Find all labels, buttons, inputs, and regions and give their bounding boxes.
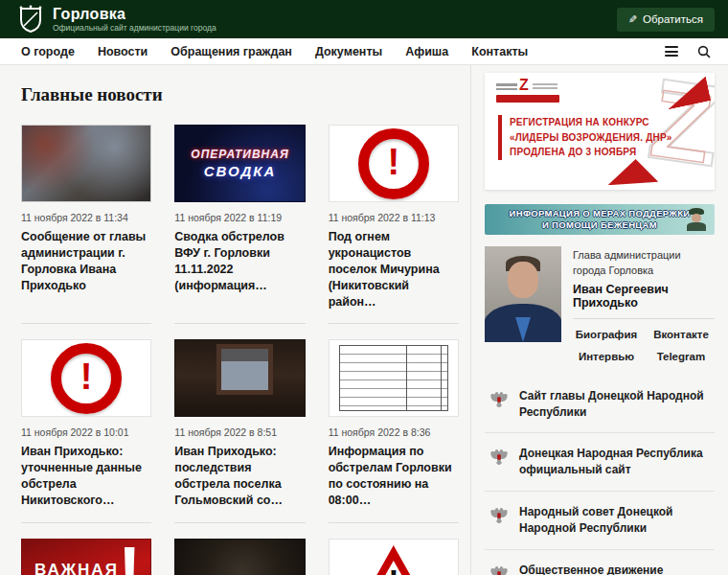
news-grid: 11 ноября 2022 в 11:34 Сообщение от глав… (21, 125, 459, 575)
eagle-emblem-icon (489, 447, 510, 472)
head-photo[interactable] (485, 246, 561, 342)
sidebar: Z Z Z РЕГИСТРАЦИЯ НА КОНКУРС «ЛИДЕРЫ ВОЗ… (471, 65, 728, 574)
news-title[interactable]: Информация по обстрелам Горловки по сост… (329, 444, 459, 509)
contact-button[interactable]: ✎ Обратиться (617, 8, 715, 32)
news-image (174, 539, 305, 575)
head-position: Глава администрации города Горловка (573, 248, 715, 279)
news-title[interactable]: Иван Приходько: последствия обстрела пос… (174, 444, 305, 509)
soldier-image (686, 208, 707, 231)
head-profile-link[interactable]: Telegram (657, 351, 705, 362)
main-content: Главные новости 11 ноября 2022 в 11:34 С… (0, 65, 471, 574)
news-card[interactable]: 11 ноября 2022 в 8:36 Информация по обст… (329, 339, 459, 523)
head-name: Иван Сергеевич Приходько (573, 283, 715, 310)
news-title[interactable]: Сводка обстрелов ВФУ г. Горловки 11.11.2… (174, 229, 305, 294)
news-image (329, 339, 459, 417)
divider (573, 318, 715, 319)
news-card[interactable]: 11 ноября 2022 в 11:13 Под огнем укронац… (329, 125, 459, 324)
sidebar-link[interactable]: Общественное движение «Донецкая Республи… (485, 549, 715, 575)
sidebar-link[interactable]: Народный совет Донецкой Народной Республ… (485, 491, 715, 549)
news-title[interactable]: Сообщение от главы администрации г. Горл… (21, 229, 151, 294)
news-card[interactable] (329, 539, 459, 575)
refugees-banner-line2: И ПОМОЩИ БЕЖЕНЦАМ (542, 219, 657, 231)
news-card[interactable]: 11 ноября 2022 в 10:01 Иван Приходько: у… (21, 339, 151, 523)
news-card[interactable] (174, 539, 305, 575)
news-date: 11 ноября 2022 в 8:36 (329, 426, 459, 438)
news-image (21, 539, 151, 575)
exclamation-glyph (388, 563, 398, 575)
news-date: 11 ноября 2022 в 10:01 (21, 426, 151, 438)
news-title[interactable]: Под огнем укронацистов поселок Мичурина … (329, 229, 459, 310)
contest-banner-text: РЕГИСТРАЦИЯ НА КОНКУРС «ЛИДЕРЫ ВОЗРОЖДЕН… (498, 115, 672, 160)
news-image (174, 339, 305, 417)
contest-banner[interactable]: Z Z Z РЕГИСТРАЦИЯ НА КОНКУРС «ЛИДЕРЫ ВОЗ… (485, 73, 715, 190)
page-title: Главные новости (21, 84, 459, 105)
eagle-emblem-icon (489, 505, 510, 530)
sidebar-links: Сайт главы Донецкой Народной Республики … (485, 376, 715, 575)
news-image (329, 125, 459, 202)
refugees-banner-line1: ИНФОРМАЦИЯ О МЕРАХ ПОДДЕРЖКИ (510, 208, 691, 219)
nav-item[interactable]: Новости (98, 45, 148, 58)
news-card[interactable]: 11 ноября 2022 в 8:51 Иван Приходько: по… (174, 339, 305, 523)
contact-button-label: Обратиться (643, 13, 703, 25)
pencil-icon: ✎ (628, 13, 637, 26)
menu-hamburger-icon[interactable] (663, 44, 680, 58)
news-date: 11 ноября 2022 в 11:13 (329, 212, 459, 223)
eagle-emblem-icon (489, 564, 510, 575)
site-subtitle: Официальный сайт администрации города (53, 24, 216, 33)
news-image (174, 125, 305, 202)
news-title[interactable]: Иван Приходько: уточненные данные обстре… (21, 444, 151, 509)
nav-item[interactable]: О городе (21, 45, 75, 58)
site-header: Горловка Официальный сайт администрации … (0, 0, 728, 38)
head-profile-link[interactable]: Биография (576, 329, 637, 340)
exclamation-glyph (118, 539, 141, 575)
main-nav: О городе Новости Обращения граждан Докум… (0, 38, 728, 65)
site-title: Горловка (53, 6, 216, 23)
news-image (329, 539, 459, 575)
nav-item[interactable]: Афиша (405, 45, 448, 58)
news-card[interactable] (21, 539, 151, 575)
city-emblem-icon (17, 5, 44, 34)
sidebar-link[interactable]: Сайт главы Донецкой Народной Республики (485, 376, 715, 433)
eagle-emblem-icon (489, 389, 510, 414)
site-logo[interactable]: Горловка Официальный сайт администрации … (17, 5, 216, 34)
head-profile-link[interactable]: Вконтакте (653, 329, 709, 340)
refugees-banner[interactable]: ИНФОРМАЦИЯ О МЕРАХ ПОДДЕРЖКИ И ПОМОЩИ БЕ… (485, 204, 715, 235)
head-of-administration-card: Глава администрации города Горловка Иван… (485, 246, 715, 362)
news-image (21, 125, 151, 202)
head-links: Биография Вконтакте Интервью Telegram (573, 329, 715, 362)
news-image (21, 339, 151, 417)
news-card[interactable]: 11 ноября 2022 в 11:19 Сводка обстрелов … (174, 125, 305, 324)
nav-item[interactable]: Контакты (471, 45, 528, 58)
news-date: 11 ноября 2022 в 8:51 (174, 426, 305, 438)
news-card[interactable]: 11 ноября 2022 в 11:34 Сообщение от глав… (21, 125, 151, 324)
head-profile-link[interactable]: Интервью (579, 351, 634, 362)
nav-item[interactable]: Обращения граждан (171, 45, 292, 58)
sidebar-link[interactable]: Донецкая Народная Республика официальный… (485, 432, 715, 491)
news-date: 11 ноября 2022 в 11:34 (21, 212, 151, 223)
nav-item[interactable]: Документы (315, 45, 382, 58)
search-icon[interactable] (697, 45, 711, 58)
news-date: 11 ноября 2022 в 11:19 (174, 212, 305, 223)
nav-items: О городе Новости Обращения граждан Докум… (21, 45, 528, 58)
